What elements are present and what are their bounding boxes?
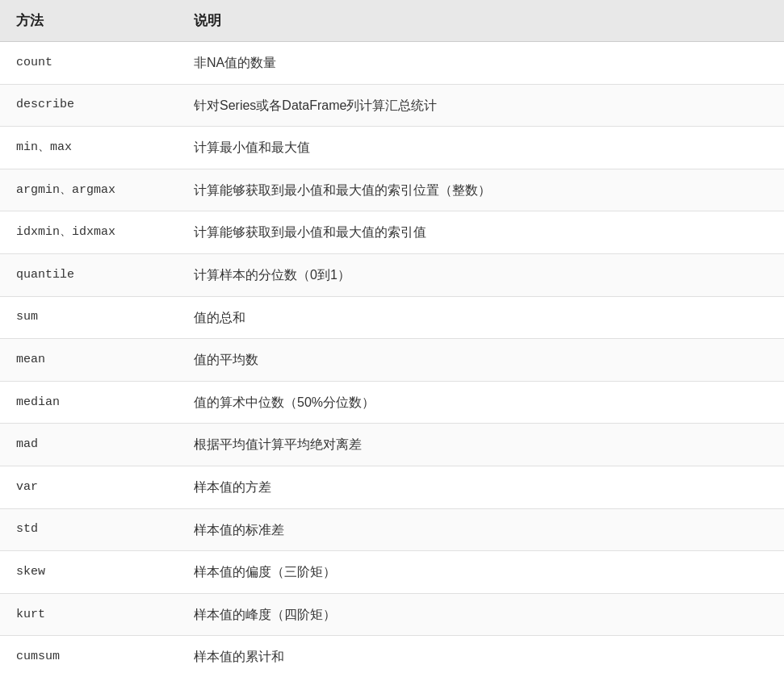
method-column-header: 方法 bbox=[0, 0, 178, 42]
description-cell: 值的总和 bbox=[178, 296, 784, 339]
table-row: var样本值的方差 bbox=[0, 466, 784, 508]
description-cell: 样本值的方差 bbox=[178, 466, 784, 508]
method-cell: argmin、argmax bbox=[0, 169, 178, 211]
method-cell: var bbox=[0, 466, 178, 508]
method-cell: cumsum bbox=[0, 636, 178, 673]
table-row: min、max计算最小值和最大值 bbox=[0, 127, 784, 169]
method-cell: skew bbox=[0, 551, 178, 594]
methods-table: 方法 说明 count非NA值的数量describe针对Series或各Data… bbox=[0, 0, 784, 673]
description-cell: 非NA值的数量 bbox=[178, 42, 784, 85]
table-row: mean值的平均数 bbox=[0, 339, 784, 382]
description-cell: 样本值的峰度（四阶矩） bbox=[178, 593, 784, 636]
method-cell: std bbox=[0, 508, 178, 551]
description-cell: 值的算术中位数（50%分位数） bbox=[178, 381, 784, 424]
method-cell: mean bbox=[0, 339, 178, 382]
table-row: cumsum样本值的累计和 bbox=[0, 636, 784, 673]
method-cell: min、max bbox=[0, 127, 178, 169]
method-cell: describe bbox=[0, 84, 178, 127]
description-cell: 计算能够获取到最小值和最大值的索引位置（整数） bbox=[178, 169, 784, 211]
table-row: skew样本值的偏度（三阶矩） bbox=[0, 551, 784, 594]
description-cell: 样本值的标准差 bbox=[178, 508, 784, 551]
method-cell: median bbox=[0, 381, 178, 424]
description-cell: 样本值的累计和 bbox=[178, 636, 784, 673]
description-cell: 计算能够获取到最小值和最大值的索引值 bbox=[178, 211, 784, 254]
method-cell: mad bbox=[0, 424, 178, 466]
method-cell: idxmin、idxmax bbox=[0, 211, 178, 254]
table-row: quantile计算样本的分位数（0到1） bbox=[0, 253, 784, 296]
table-row: std样本值的标准差 bbox=[0, 508, 784, 551]
method-cell: sum bbox=[0, 296, 178, 339]
table-row: idxmin、idxmax计算能够获取到最小值和最大值的索引值 bbox=[0, 211, 784, 254]
table-row: mad根据平均值计算平均绝对离差 bbox=[0, 424, 784, 466]
table-row: describe针对Series或各DataFrame列计算汇总统计 bbox=[0, 84, 784, 127]
description-column-header: 说明 bbox=[178, 0, 784, 42]
description-cell: 针对Series或各DataFrame列计算汇总统计 bbox=[178, 84, 784, 127]
description-cell: 值的平均数 bbox=[178, 339, 784, 382]
description-cell: 计算样本的分位数（0到1） bbox=[178, 253, 784, 296]
description-cell: 计算最小值和最大值 bbox=[178, 127, 784, 169]
main-container: 方法 说明 count非NA值的数量describe针对Series或各Data… bbox=[0, 0, 784, 673]
table-header-row: 方法 说明 bbox=[0, 0, 784, 42]
table-row: argmin、argmax计算能够获取到最小值和最大值的索引位置（整数） bbox=[0, 169, 784, 211]
method-cell: kurt bbox=[0, 593, 178, 636]
table-row: kurt样本值的峰度（四阶矩） bbox=[0, 593, 784, 636]
method-cell: count bbox=[0, 42, 178, 85]
table-row: count非NA值的数量 bbox=[0, 42, 784, 85]
description-cell: 根据平均值计算平均绝对离差 bbox=[178, 424, 784, 466]
table-row: sum值的总和 bbox=[0, 296, 784, 339]
table-row: median值的算术中位数（50%分位数） bbox=[0, 381, 784, 424]
description-cell: 样本值的偏度（三阶矩） bbox=[178, 551, 784, 594]
method-cell: quantile bbox=[0, 253, 178, 296]
